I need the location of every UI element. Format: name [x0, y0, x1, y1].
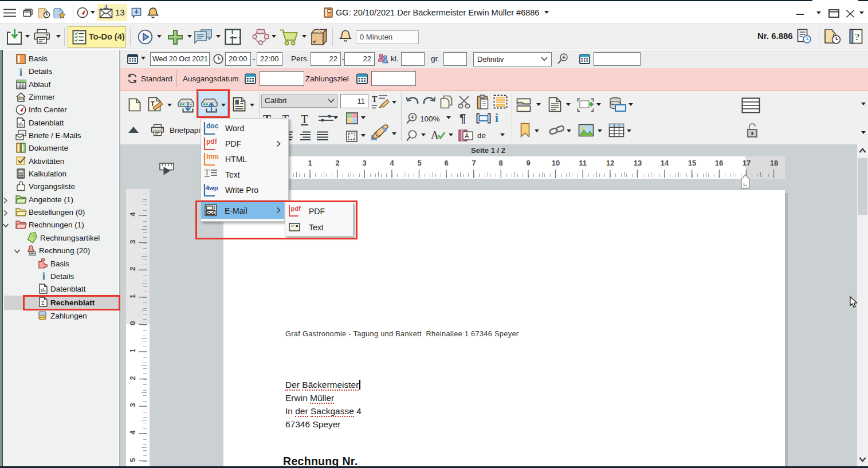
svg-text:T: T — [205, 168, 210, 177]
svg-text:doc: doc — [206, 122, 219, 130]
svg-text:T: T — [151, 100, 155, 107]
svg-text:pdf: pdf — [206, 137, 218, 145]
svg-text:4wp: 4wp — [206, 184, 218, 191]
svg-text:T: T — [372, 95, 378, 104]
svg-text:htm: htm — [206, 153, 219, 161]
svg-text:A: A — [431, 129, 439, 141]
svg-text:i: i — [19, 66, 22, 78]
svg-text:Σ: Σ — [41, 300, 45, 306]
svg-text:A: A — [465, 132, 469, 139]
svg-text:i: i — [42, 270, 45, 282]
svg-text:?: ? — [855, 32, 859, 42]
